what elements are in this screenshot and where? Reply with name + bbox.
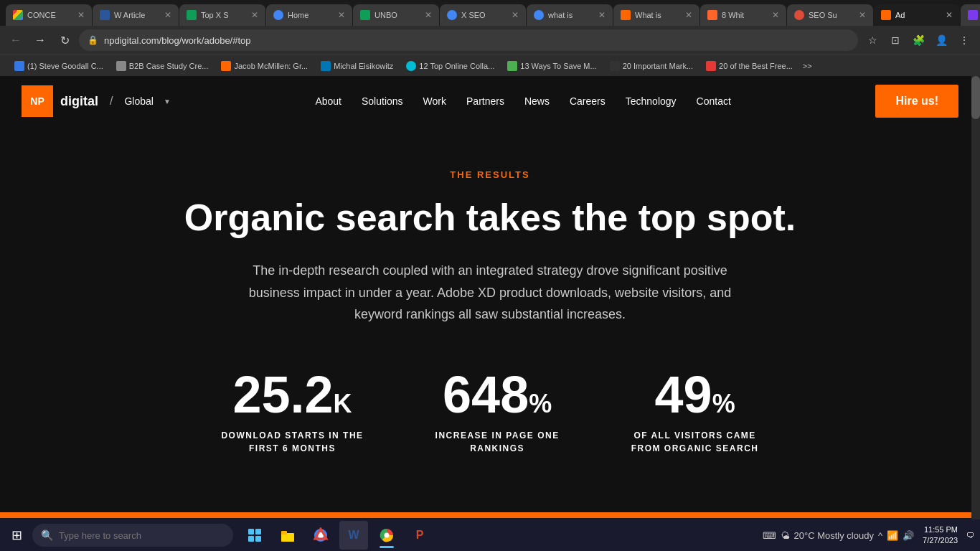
bookmark-b2b[interactable]: B2B Case Study Cre... [110,60,215,72]
lock-icon: 🔒 [88,35,98,45]
taskbar: ⊞ 🔍 W [0,519,980,551]
bookmark-favicon-collab [406,61,416,71]
taskbar-app-word[interactable]: W [339,521,368,550]
cast-button[interactable]: ⊡ [885,30,905,50]
tab-close-whatis[interactable]: ✕ [598,10,606,20]
taskbar-app-taskview[interactable] [240,521,269,550]
logo-dropdown-icon[interactable]: ▼ [164,98,171,105]
back-button[interactable]: ← [6,30,26,50]
tab-eight[interactable]: 8 Whit ✕ [700,4,786,26]
stat-number-rankings: 648 % [435,369,560,420]
stat-label-downloads: DOWNLOAD STARTS IN THEFIRST 6 MONTHS [221,429,363,455]
taskbar-search-icon: 🔍 [41,529,53,541]
nav-link-technology[interactable]: Technology [626,95,677,107]
rev-favicon [968,10,978,20]
seosw-favicon [794,10,804,20]
tab-label-seosw: SEO Su [809,11,837,19]
tab-close-seosw[interactable]: ✕ [859,10,866,20]
taskbar-app-powerpoint[interactable]: P [405,521,434,550]
tab-rev[interactable]: Revolu ✕ [961,4,980,26]
address-bar[interactable]: 🔒 npdigital.com/blog/work/adobe/#top [79,29,858,51]
menu-button[interactable]: ⋮ [954,30,974,50]
tab-close-gmail[interactable]: ✕ [77,10,85,20]
tab-close-eight[interactable]: ✕ [772,10,779,20]
bookmark-favicon-michal [321,61,331,71]
bookmark-label-jacob: Jacob McMillen: Gr... [234,62,308,70]
hire-us-button[interactable]: Hire us! [875,85,958,118]
stat-main-downloads: 25.2 [232,369,333,420]
tab-close-word[interactable]: ✕ [164,10,171,20]
logo-box: NP [22,85,53,117]
nav-link-work[interactable]: Work [423,95,446,107]
taskbar-weather-icon: 🌤 [781,530,790,541]
bookmark-gmail[interactable]: (1) Steve Goodall C... [9,60,109,72]
taskbar-apps: W P [240,521,434,550]
extensions-button[interactable]: 🧩 [908,30,928,50]
tab-gmail[interactable]: CONCE ✕ [6,4,92,26]
tab-label-unbo: UNBO [374,11,397,19]
nav-link-news[interactable]: News [524,95,550,107]
tab-close-top[interactable]: ✕ [251,10,258,20]
bookmark-favicon-best [706,61,716,71]
bookmarks-bar: (1) Steve Goodall C... B2B Case Study Cr… [0,55,980,76]
nav-link-about[interactable]: About [315,95,341,107]
word-icon: W [348,529,359,542]
taskbar-search[interactable]: 🔍 [32,524,233,547]
taskbar-date-text: 7/27/2023 [923,535,958,546]
tab-np-active[interactable]: Ad ✕ [874,4,960,26]
logo-area: NP digital / Global ▼ [22,85,171,117]
bookmark-mark[interactable]: 20 Important Mark... [604,60,699,72]
logo-name: digital [60,94,98,109]
taskbar-app-explorer[interactable] [273,521,302,550]
logo-global: Global [124,95,153,107]
forward-button[interactable]: → [30,30,50,50]
refresh-button[interactable]: ↻ [55,30,75,50]
tab-whatnp[interactable]: What is ✕ [613,4,699,26]
tab-label-gmail: CONCE [27,11,56,19]
nav-link-solutions[interactable]: Solutions [362,95,403,107]
tab-close-xseo[interactable]: ✕ [512,10,519,20]
bookmark-save[interactable]: 13 Ways To Save M... [501,60,602,72]
more-bookmarks[interactable]: >> [800,62,815,70]
main-content: THE RESULTS Organic search takes the top… [0,126,980,512]
address-url: npdigital.com/blog/work/adobe/#top [104,35,251,46]
nav-links: About Solutions Work Partners News Caree… [315,95,730,107]
tab-unbo[interactable]: UNBO ✕ [353,4,439,26]
svg-rect-2 [248,536,254,542]
svg-point-9 [385,533,390,538]
tab-seosw[interactable]: SEO Su ✕ [787,4,873,26]
bookmark-best[interactable]: 20 of the Best Free... [700,60,798,72]
nav-link-partners[interactable]: Partners [466,95,504,107]
taskbar-system-icons: ⌨ 🌤 20°C Mostly cloudy ^ 📶 🔊 [763,530,915,541]
toolbar-icons: ☆ ⊡ 🧩 👤 ⋮ [862,30,974,50]
scroll-thumb[interactable] [971,76,980,119]
tab-xseo[interactable]: X SEO ✕ [440,4,526,26]
tab-whatis[interactable]: what is ✕ [527,4,613,26]
taskbar-chevron-icon[interactable]: ^ [878,530,882,541]
nav-link-contact[interactable]: Contact [697,95,731,107]
tab-close-whatnp[interactable]: ✕ [685,10,692,20]
word-favicon [100,10,110,20]
xseo-favicon [447,10,457,20]
nav-link-careers[interactable]: Careers [570,95,606,107]
tab-home[interactable]: Home ✕ [266,4,352,26]
taskbar-app-chrome[interactable] [306,521,335,550]
start-button[interactable]: ⊞ [6,524,28,546]
tab-close-home[interactable]: ✕ [338,10,345,20]
taskbar-notification-icon[interactable]: 🗨 [966,531,974,540]
tab-word[interactable]: W Article ✕ [93,4,179,26]
taskbar-app-chrome-active[interactable] [372,521,401,550]
bookmark-michal[interactable]: Michal Eisikowitz [315,60,399,72]
taskbar-search-input[interactable] [59,530,225,541]
svg-rect-3 [255,536,261,542]
bookmark-star-button[interactable]: ☆ [862,30,882,50]
ppt-icon: P [416,529,424,542]
sheets-favicon [187,10,197,20]
taskbar-network-icon: 📶 [887,530,898,541]
bookmark-collab[interactable]: 12 Top Online Colla... [400,60,500,72]
tab-close-unbo[interactable]: ✕ [425,10,432,20]
tab-top[interactable]: Top X S ✕ [179,4,265,26]
tab-close-np[interactable]: ✕ [946,10,953,20]
profile-button[interactable]: 👤 [931,30,951,50]
bookmark-jacob[interactable]: Jacob McMillen: Gr... [215,60,314,72]
